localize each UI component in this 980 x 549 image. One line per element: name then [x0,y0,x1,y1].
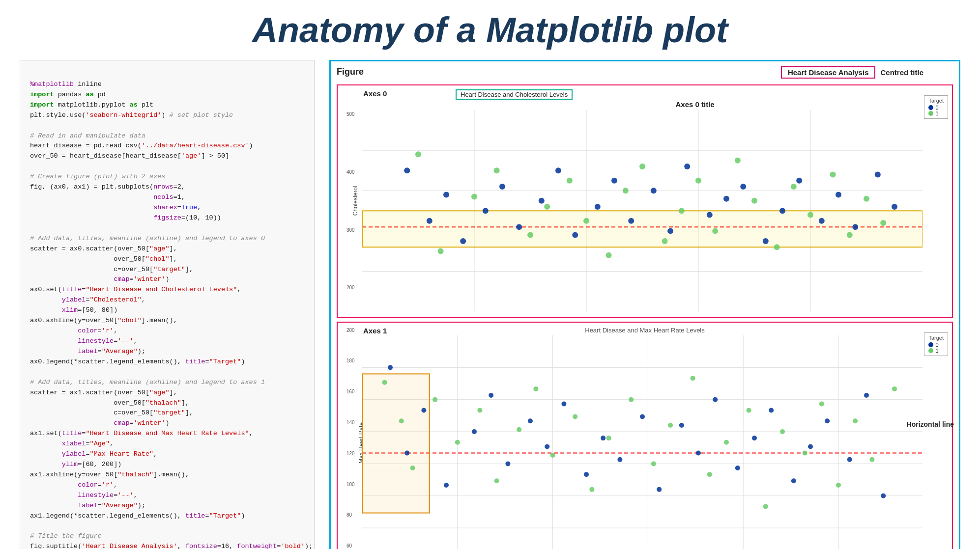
svg-point-81 [528,418,533,423]
svg-point-126 [853,418,858,423]
svg-point-122 [780,429,785,434]
svg-point-93 [752,436,757,440]
svg-point-37 [415,151,421,157]
svg-point-88 [657,487,662,492]
axes1-label: Axes 1 [363,327,387,335]
svg-point-54 [774,244,780,250]
svg-point-97 [825,418,830,423]
svg-rect-9 [362,211,922,247]
svg-point-28 [740,184,746,190]
svg-point-117 [691,376,695,381]
svg-point-116 [668,423,673,428]
svg-point-29 [763,238,769,244]
svg-point-121 [763,504,768,509]
svg-point-11 [427,218,432,224]
svg-point-106 [477,408,482,412]
svg-point-85 [601,436,605,440]
svg-point-22 [628,218,634,224]
svg-point-23 [651,188,657,193]
svg-point-108 [517,427,521,432]
svg-point-35 [875,171,881,177]
svg-point-128 [892,386,897,391]
legend-title-ax0: Target [928,98,944,104]
svg-point-110 [550,453,555,458]
svg-point-90 [696,450,701,455]
svg-point-112 [589,487,594,492]
svg-point-26 [707,212,713,218]
svg-point-115 [651,461,656,466]
axes1-legend: Target 0 1 [924,332,948,356]
svg-point-113 [606,436,611,440]
svg-point-109 [533,386,538,391]
svg-point-51 [712,228,718,234]
svg-point-124 [819,401,824,406]
svg-point-13 [460,238,466,244]
svg-point-78 [472,429,477,434]
svg-point-50 [695,178,701,184]
svg-point-17 [539,198,545,204]
svg-point-86 [617,457,622,462]
svg-point-74 [388,365,393,370]
svg-point-107 [494,478,499,483]
svg-point-12 [443,192,449,197]
page: Anatomy of a Matplotlib plot %matplotlib… [0,0,980,549]
content-row: %matplotlib inline import pandas as pd i… [20,60,960,549]
figure-title-box: Heart Disease Analysis [781,66,876,79]
svg-point-31 [796,178,802,184]
svg-point-18 [555,167,561,173]
svg-point-60 [880,220,886,226]
svg-point-20 [595,204,601,210]
svg-point-76 [421,408,426,412]
svg-point-123 [803,450,807,455]
svg-point-89 [679,423,684,428]
svg-point-59 [864,196,869,202]
code-magic: %matplotlib [30,81,74,88]
figure-panel: Figure Heart Disease Analysis Centred ti… [329,60,960,549]
svg-point-118 [707,472,712,477]
figure-label: Figure [337,67,364,77]
svg-point-119 [724,439,729,444]
svg-point-101 [382,380,387,384]
svg-point-105 [455,439,460,444]
main-title: Anatomy of a Matplotlib plot [20,10,960,50]
svg-point-83 [561,401,566,406]
svg-point-41 [527,232,533,238]
svg-point-34 [852,224,858,230]
svg-point-27 [723,196,729,202]
axes1-scatter-svg [362,335,922,549]
svg-point-33 [836,192,841,197]
svg-point-87 [640,414,645,419]
centred-title-label: Centred title [880,68,923,77]
svg-point-52 [735,158,741,164]
svg-point-94 [769,408,774,412]
axes0-panel: Axes 0 Heart Disease and Cholesterol Lev… [337,84,953,318]
axes1-title: Heart Disease and Max Heart Rate Levels [585,327,705,334]
svg-point-104 [432,397,437,402]
axes0-label: Axes 0 [363,89,387,98]
svg-point-80 [505,461,510,466]
svg-point-91 [713,397,718,402]
svg-point-46 [623,188,629,193]
svg-point-21 [611,178,617,184]
svg-point-125 [836,483,841,488]
svg-point-16 [516,224,522,230]
svg-point-53 [751,198,757,204]
svg-point-102 [399,418,404,423]
svg-point-47 [639,164,645,169]
svg-point-98 [847,457,852,462]
svg-point-19 [572,232,578,238]
svg-point-120 [747,408,751,412]
code-panel: %matplotlib inline import pandas as pd i… [20,60,315,549]
horizontal-line-annotation: Horizontal line [907,420,954,428]
axes0-legend: Target 0 1 [924,95,948,119]
svg-point-15 [499,184,505,190]
svg-point-82 [545,444,549,449]
svg-point-92 [735,466,740,470]
svg-point-55 [791,184,797,190]
svg-point-48 [662,238,668,244]
axes0-subtitle: Heart Disease and Cholesterol Levels [456,89,573,100]
svg-point-114 [629,397,634,402]
svg-point-44 [583,218,589,224]
svg-point-84 [584,472,589,477]
svg-point-100 [881,493,886,498]
